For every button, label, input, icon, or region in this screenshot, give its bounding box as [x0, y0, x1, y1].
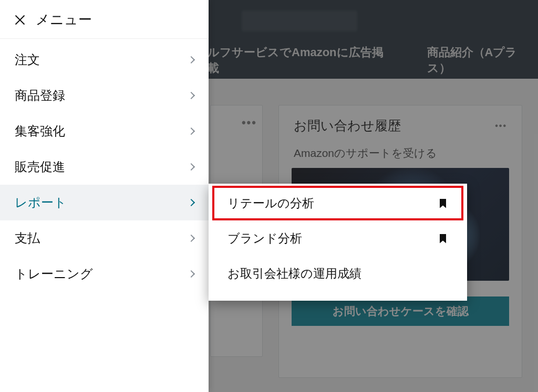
- menu-item-training[interactable]: トレーニング: [0, 256, 209, 292]
- menu-item-label: トレーニング: [15, 266, 93, 282]
- chevron-right-icon: [188, 56, 195, 63]
- chevron-right-icon: [188, 235, 195, 242]
- bg-nav-link-aplus: 商品紹介（Aプラス）: [427, 45, 538, 76]
- bg-right-card-subtitle: Amazonのサポートを受ける: [279, 146, 522, 168]
- sidebar-menu: メニュー 注文 商品登録 集客強化 販売促進 レポート 支払 トレーニング: [0, 0, 209, 392]
- submenu-item-label: お取引会社様の運用成績: [227, 266, 361, 282]
- menu-item-acquisition[interactable]: 集客強化: [0, 113, 209, 149]
- chevron-right-icon: [188, 199, 195, 206]
- chevron-right-icon: [188, 92, 195, 99]
- menu-list: 注文 商品登録 集客強化 販売促進 レポート 支払 トレーニング: [0, 39, 209, 292]
- menu-item-label: 商品登録: [15, 87, 65, 104]
- menu-item-label: 販売促進: [15, 158, 65, 175]
- bg-right-card-title: お問い合わせ履歴: [294, 117, 401, 134]
- bg-right-card-cta: お問い合わせケースを確認: [292, 296, 509, 326]
- submenu-item-partner-performance[interactable]: お取引会社様の運用成績: [209, 256, 467, 291]
- submenu-item-label: リテールの分析: [227, 195, 314, 211]
- menu-item-orders[interactable]: 注文: [0, 42, 209, 78]
- chevron-right-icon: [188, 163, 195, 171]
- menu-title: メニュー: [36, 10, 92, 29]
- bookmark-icon: [440, 199, 446, 208]
- chevron-right-icon: [188, 270, 195, 278]
- submenu-item-brand-analytics[interactable]: ブランド分析: [209, 221, 467, 256]
- submenu-item-label: ブランド分析: [227, 230, 302, 247]
- menu-item-products[interactable]: 商品登録: [0, 78, 209, 113]
- menu-item-label: 集客強化: [15, 123, 65, 140]
- menu-item-reports[interactable]: レポート: [0, 185, 209, 220]
- bg-right-card-menu-dots: •••: [495, 121, 507, 131]
- close-icon[interactable]: [14, 14, 26, 26]
- submenu-item-retail-analytics[interactable]: リテールの分析: [209, 186, 467, 221]
- menu-item-label: レポート: [15, 194, 67, 211]
- bookmark-icon: [440, 234, 446, 243]
- bg-account-chip: [242, 10, 357, 31]
- menu-item-label: 注文: [15, 51, 40, 68]
- chevron-right-icon: [188, 128, 195, 135]
- bg-left-card-menu-dots: •••: [216, 116, 257, 130]
- menu-item-promotion[interactable]: 販売促進: [0, 149, 209, 185]
- menu-item-payments[interactable]: 支払: [0, 220, 209, 256]
- menu-item-label: 支払: [15, 230, 40, 247]
- sidebar-header: メニュー: [0, 0, 209, 39]
- submenu-reports: リテールの分析 ブランド分析 お取引会社様の運用成績: [209, 184, 467, 301]
- bg-nav-link-ads: ルフサービスでAmazonに広告掲載: [208, 45, 390, 76]
